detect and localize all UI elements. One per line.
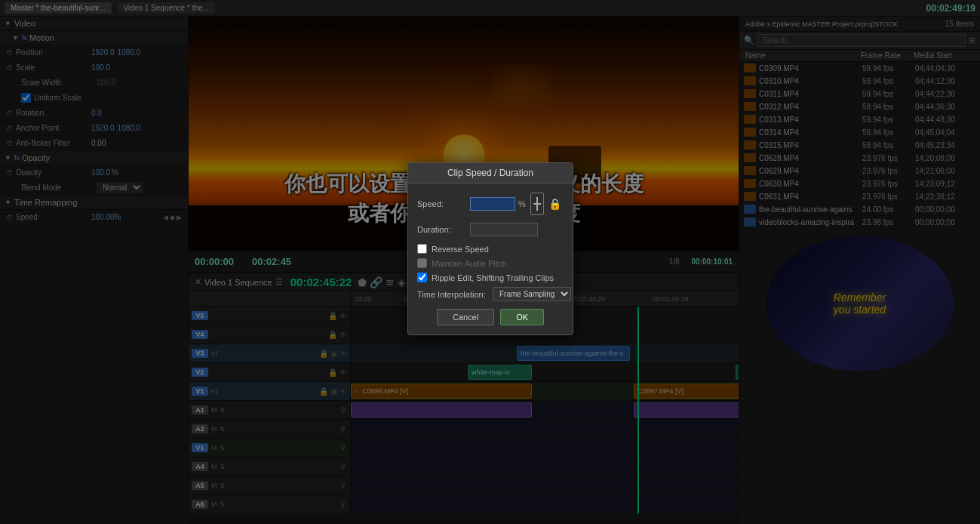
- media-item[interactable]: C0315.MP4 59.94 fps 04;45;23;34: [739, 139, 980, 152]
- media-item[interactable]: C0314.MP4 59.94 fps 04;45;04;04: [739, 126, 980, 139]
- modal-title: Clip Speed / Duration: [408, 163, 573, 183]
- media-item[interactable]: C0631.MP4 23.976 fps 14;23;38;12: [739, 190, 980, 203]
- speed-value[interactable]: 100.00%: [91, 213, 121, 221]
- media-name: C0628.MP4: [759, 154, 862, 162]
- media-item[interactable]: C0313.MP4 59.94 fps 04;44;48;30: [739, 113, 980, 126]
- uniform-scale-row: Uniform Scale: [0, 91, 188, 106]
- time-remapping-header[interactable]: ▼ Time Remapping: [0, 196, 188, 210]
- reverse-speed-checkbox[interactable]: [417, 244, 427, 254]
- anti-flicker-value[interactable]: 0.00: [91, 139, 106, 147]
- clip-white-map-right[interactable]: white-map-ic: [736, 365, 739, 380]
- col-rate-header[interactable]: Frame Rate: [861, 51, 914, 60]
- motion-section-header[interactable]: ▼ fx Motion: [0, 31, 188, 45]
- modal-interpolation-row: Time Interpolation: Frame Sampling Frame…: [417, 287, 564, 301]
- lock-icon[interactable]: 🔒: [328, 312, 337, 320]
- link-icon[interactable]: 🔗: [370, 276, 382, 288]
- eye-icon-v2[interactable]: 👁: [339, 368, 347, 377]
- opacity-value-row: ⏱ Opacity 100.0 %: [0, 165, 188, 180]
- stopwatch-anchor-icon: ⏱: [6, 125, 13, 132]
- media-item[interactable]: C0629.MP4 23.976 fps 14;21;06;00: [739, 165, 980, 177]
- clip-label-sunrise: the-beautiful-sunrise-against-the-c: [521, 350, 624, 357]
- media-start: 04;45;04;04: [915, 128, 975, 137]
- media-item[interactable]: C0312.MP4 59.94 fps 04;44;36;30: [739, 100, 980, 113]
- ok-button[interactable]: OK: [500, 309, 544, 325]
- cancel-button[interactable]: Cancel: [437, 309, 494, 325]
- zoom-level[interactable]: 1/8: [669, 257, 680, 266]
- link-chain-icon[interactable]: [530, 193, 544, 215]
- modal-speed-unit: %: [518, 199, 526, 208]
- clip-icon-v1[interactable]: ▣: [330, 387, 337, 396]
- mic-icon-a5[interactable]: 🎙: [339, 482, 347, 490]
- magnet-icon[interactable]: ⬟: [358, 276, 367, 288]
- mic-icon-a2[interactable]: 🎙: [339, 425, 347, 433]
- modal-duration-input[interactable]: 00:00:09:10: [470, 223, 538, 236]
- ripple-icon[interactable]: ≋: [386, 276, 395, 288]
- lock-icon-v4[interactable]: 🔒: [328, 331, 337, 339]
- uniform-scale-label: Uniform Scale: [34, 94, 109, 102]
- scale-width-value[interactable]: 100.0: [97, 79, 115, 87]
- position-y[interactable]: 1080.0: [118, 48, 141, 57]
- interpolation-select[interactable]: Frame Sampling Frame Blending Optical Fl…: [493, 287, 571, 301]
- scale-value[interactable]: 100.0: [91, 63, 110, 72]
- uniform-scale-checkbox[interactable]: [21, 93, 31, 103]
- media-item[interactable]: videoblocks-amazing-inspira 23.98 fps 00…: [739, 216, 980, 228]
- eye-icon[interactable]: 👁: [339, 312, 347, 320]
- mic-icon-a6[interactable]: 🎙: [339, 501, 347, 509]
- position-x[interactable]: 1920.0: [91, 48, 115, 57]
- speed-next-btn[interactable]: ▶: [177, 214, 182, 221]
- anchor-x[interactable]: 1920.0: [91, 124, 115, 132]
- lock-icon-v3[interactable]: 🔒: [319, 350, 328, 358]
- hamburger-icon[interactable]: ☰: [275, 277, 283, 287]
- clip-a1-audio[interactable]: [351, 402, 532, 418]
- anchor-y[interactable]: 1080.0: [118, 124, 141, 132]
- clip-beautiful-sunrise[interactable]: the-beautiful-sunrise-against-the-c: [517, 346, 630, 361]
- track-a3-icons: 🎙: [339, 444, 347, 452]
- search-input[interactable]: [757, 34, 966, 47]
- media-item[interactable]: C0628.MP4 23.976 fps 14;20;08;00: [739, 152, 980, 165]
- speed-row: ⏱ Speed 100.00% ◀ ◆ ▶: [0, 210, 188, 225]
- lock-icon-v1[interactable]: 🔒: [319, 387, 328, 396]
- media-item[interactable]: C0311.MP4 59.94 fps 04;44;22;30: [739, 88, 980, 100]
- media-item[interactable]: C0310.MP4 59.94 fps 04;44;12;30: [739, 75, 980, 88]
- eye-icon-v4[interactable]: 👁: [339, 331, 347, 339]
- clip-label-c0696: C0696.MP4 [V]: [362, 387, 408, 395]
- maintain-audio-checkbox[interactable]: [417, 258, 427, 268]
- media-rate: 23.976 fps: [862, 180, 915, 188]
- marker-icon[interactable]: ◈: [398, 276, 406, 288]
- modal-speed-input[interactable]: 100: [470, 197, 515, 211]
- track-id-v1: V1: [192, 387, 208, 396]
- media-item[interactable]: C0309.MP4 59.94 fps 04;44;04;30: [739, 62, 980, 75]
- close-seq-icon[interactable]: ✕: [195, 277, 201, 287]
- col-start-header[interactable]: Media Start: [914, 51, 974, 60]
- col-name-header[interactable]: Name: [745, 51, 861, 60]
- tab-master[interactable]: Master * the-beautiful-sunr...: [5, 2, 112, 14]
- media-item[interactable]: the-beautiful-sunrise-agains 24.00 fps 0…: [739, 203, 980, 216]
- speed-prev-btn[interactable]: ◀: [163, 214, 168, 221]
- ruler-mark-1: 29:20: [355, 295, 372, 303]
- clip-white-map-left[interactable]: white-map-ic: [468, 365, 532, 380]
- eye-icon-v1[interactable]: 👁: [339, 387, 347, 396]
- mic-icon-a1[interactable]: 🎙: [339, 406, 347, 415]
- clip-a1-audio2[interactable]: [634, 402, 739, 418]
- lock-icon-v2[interactable]: 🔒: [328, 368, 337, 377]
- list-view-icon[interactable]: ⊞: [969, 35, 975, 45]
- clip-icon-v3[interactable]: ▣: [330, 350, 337, 358]
- lock-duration-icon[interactable]: 🔒: [548, 198, 561, 210]
- clip-c0697[interactable]: C0697.MP4 [V]: [634, 384, 739, 399]
- video-section-header[interactable]: ▼ Video: [0, 17, 188, 31]
- blend-mode-select[interactable]: Normal: [97, 182, 143, 193]
- media-rate: 59.94 fps: [862, 128, 915, 137]
- rotation-value[interactable]: 0.0: [91, 109, 102, 117]
- opacity-value[interactable]: 100.0: [91, 168, 110, 177]
- media-rate: 24.00 fps: [862, 205, 915, 214]
- tab-sequence[interactable]: Video 1 Sequence * the...: [118, 2, 215, 14]
- mic-icon-a4[interactable]: 🎙: [339, 463, 347, 471]
- opacity-arrow: ▼: [5, 154, 11, 162]
- ripple-checkbox[interactable]: [417, 273, 427, 282]
- eye-icon-v3[interactable]: 👁: [339, 350, 347, 358]
- media-item[interactable]: C0630.MP4 23.976 fps 14;23;09;12: [739, 177, 980, 190]
- mic-icon-a3[interactable]: 🎙: [339, 444, 347, 452]
- scale-width-label: Scale Width: [21, 79, 97, 87]
- clip-c0696[interactable]: fx C0696.MP4 [V]: [351, 384, 532, 399]
- opacity-section-header[interactable]: ▼ fx Opacity: [0, 151, 188, 165]
